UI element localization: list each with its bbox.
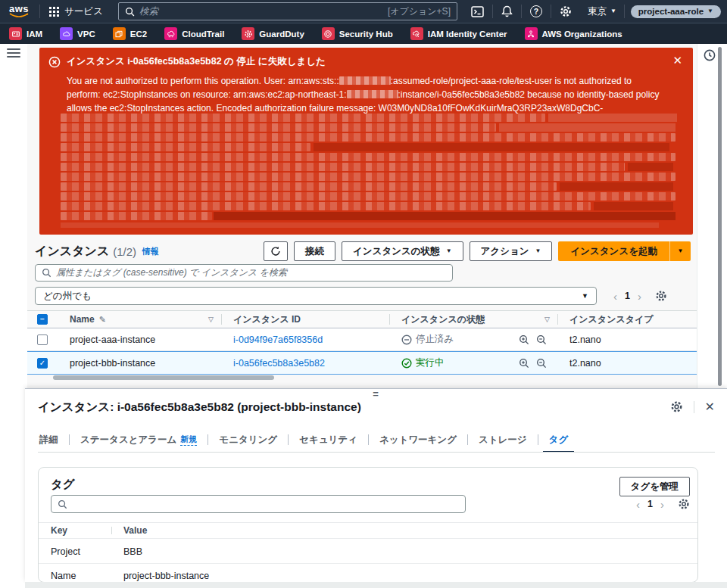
instance-type: t2.nano <box>569 334 601 345</box>
cloudshell-button[interactable] <box>463 0 492 23</box>
next-page-button[interactable]: › <box>638 291 641 302</box>
next-page-button[interactable]: › <box>660 499 664 510</box>
column-header-value[interactable]: Value <box>111 525 697 536</box>
tab-details[interactable]: 詳細 <box>38 428 69 451</box>
launch-instance-button[interactable]: インスタンスを起動 <box>558 241 669 261</box>
region-selector[interactable]: 東京 ▼ <box>580 5 624 18</box>
close-icon[interactable]: ✕ <box>705 400 715 414</box>
previous-page-button[interactable]: ‹ <box>636 499 640 510</box>
detail-panel-title: インスタンス: i-0a56fec5b8a3e5b82 (project-bbb… <box>38 400 361 415</box>
horizontal-scrollbar[interactable] <box>53 375 274 380</box>
favorite-ec2[interactable]: EC2 <box>113 27 147 40</box>
divider <box>694 401 694 413</box>
tags-search-input[interactable] <box>51 495 466 513</box>
global-search-input[interactable]: 検索 [オプション+S] <box>118 2 457 20</box>
column-header-instance-id[interactable]: インスタンス ID <box>233 313 301 326</box>
favorite-security-hub[interactable]: Security Hub <box>322 27 393 40</box>
filter-row: どの州でも ▼ ‹ 1 › <box>35 287 691 305</box>
actions-dropdown[interactable]: アクション ▼ <box>470 241 553 261</box>
help-button[interactable]: ? <box>522 0 551 23</box>
instance-state-dropdown[interactable]: インスタンスの状態 ▼ <box>342 241 463 261</box>
zoom-in-icon[interactable] <box>519 334 529 345</box>
gear-icon <box>670 400 683 413</box>
error-icon <box>48 56 61 68</box>
table-row-project-aaa[interactable]: project-aaa-instance i-0d94f9e7a65f8356d… <box>27 328 697 351</box>
zoom-out-icon[interactable] <box>536 334 547 345</box>
vertical-scrollbar[interactable] <box>718 47 722 386</box>
running-icon <box>401 358 412 369</box>
favorite-iam-identity-center[interactable]: IAM Identity Center <box>410 27 507 40</box>
favorite-cloudtrail[interactable]: CloudTrail <box>164 27 224 40</box>
refresh-icon <box>270 246 281 257</box>
close-icon[interactable]: ✕ <box>671 55 684 66</box>
gear-icon <box>655 290 667 302</box>
tags-card-title: タグ <box>51 477 75 493</box>
row-checkbox[interactable]: ✓ <box>37 358 48 369</box>
launch-instance-caret-button[interactable]: ▼ <box>669 241 691 261</box>
zoom-in-icon[interactable] <box>519 358 529 369</box>
pagination: ‹ 1 › <box>613 291 641 302</box>
panel-preferences-button[interactable] <box>670 400 683 413</box>
tags-pagination: ‹ 1 › <box>636 499 664 510</box>
aws-organizations-service-icon <box>525 27 538 40</box>
tab-monitoring[interactable]: モニタリング <box>208 428 288 451</box>
aws-smile-icon <box>9 13 29 18</box>
state-filter-select[interactable]: どの州でも ▼ <box>35 287 597 305</box>
panel-resize-handle[interactable]: = <box>373 390 379 398</box>
favorite-vpc[interactable]: VPC <box>60 27 95 40</box>
sort-icon[interactable]: ▽ <box>544 316 550 323</box>
instance-id-link[interactable]: i-0d94f9e7a65f8356d <box>233 334 323 345</box>
search-icon <box>125 7 135 17</box>
tab-networking[interactable]: ネットワーキング <box>369 428 467 451</box>
favorite-guardduty[interactable]: GuardDuty <box>242 27 304 40</box>
top-navigation-bar: aws サービス 検索 [オプション+S] <box>0 0 727 23</box>
notifications-button[interactable] <box>493 0 521 23</box>
tag-value: BBB <box>111 546 697 557</box>
account-label: project-aaa-role <box>638 7 704 16</box>
notifications-panel-button[interactable] <box>703 48 716 62</box>
ec2-service-icon <box>113 27 126 40</box>
previous-page-button[interactable]: ‹ <box>613 291 617 302</box>
instance-search-placeholder: 属性またはタグ (case-sensitive) で インスタンス を検索 <box>56 266 287 279</box>
aws-logo[interactable]: aws <box>9 5 29 18</box>
instance-search-input[interactable]: 属性またはタグ (case-sensitive) で インスタンス を検索 <box>35 264 453 282</box>
sort-icon[interactable]: ▽ <box>208 316 214 323</box>
tag-key: Project <box>39 546 111 557</box>
column-header-state[interactable]: インスタンスの状態 <box>401 313 485 326</box>
favorite-label: IAM <box>27 30 42 39</box>
favorite-aws-organizations[interactable]: AWS Organizations <box>525 27 622 40</box>
bell-icon <box>501 5 513 17</box>
settings-button[interactable] <box>551 0 580 23</box>
cloudtrail-service-icon <box>164 27 177 40</box>
favorite-label: EC2 <box>130 30 147 39</box>
account-menu[interactable]: project-aaa-role ▼ <box>631 5 721 18</box>
search-icon <box>42 268 51 278</box>
manage-tags-button[interactable]: タグを管理 <box>619 477 690 496</box>
column-header-key[interactable]: Key <box>39 525 111 536</box>
iam-service-icon <box>9 27 22 40</box>
sidebar-toggle-button[interactable] <box>7 48 20 59</box>
connect-button[interactable]: 接続 <box>294 241 335 261</box>
zoom-out-icon[interactable] <box>536 358 547 369</box>
favorite-label: CloudTrail <box>182 30 224 39</box>
chevron-down-icon: ▼ <box>707 8 713 14</box>
main-content: インスタンス i-0a56fec5b8a3e5b82 の 停止 に失敗しました … <box>27 44 697 388</box>
tab-security[interactable]: セキュリティ <box>289 428 368 451</box>
nav-divider <box>624 5 625 18</box>
table-row-project-bbb[interactable]: ✓ project-bbb-instance i-0a56fec5b8a3e5b… <box>27 351 697 375</box>
column-header-type[interactable]: インスタンスタイプ <box>569 313 654 326</box>
table-preferences-button[interactable] <box>655 290 667 302</box>
tab-status-alarms[interactable]: ステータスとアラーム 新規 <box>70 428 207 451</box>
refresh-button[interactable] <box>264 241 288 261</box>
tags-preferences-button[interactable] <box>678 498 690 510</box>
tab-storage[interactable]: ストレージ <box>468 428 538 451</box>
row-checkbox[interactable] <box>37 334 48 345</box>
tab-tags[interactable]: タグ <box>538 428 579 451</box>
instance-name: project-aaa-instance <box>70 334 155 345</box>
column-header-name[interactable]: Name <box>70 314 95 325</box>
favorite-iam[interactable]: IAM <box>9 27 42 40</box>
info-link[interactable]: 情報 <box>142 246 159 257</box>
services-menu-button[interactable]: サービス <box>40 0 112 23</box>
select-all-checkbox[interactable]: − <box>37 314 48 325</box>
instance-id-link[interactable]: i-0a56fec5b8a3e5b82 <box>233 358 325 369</box>
